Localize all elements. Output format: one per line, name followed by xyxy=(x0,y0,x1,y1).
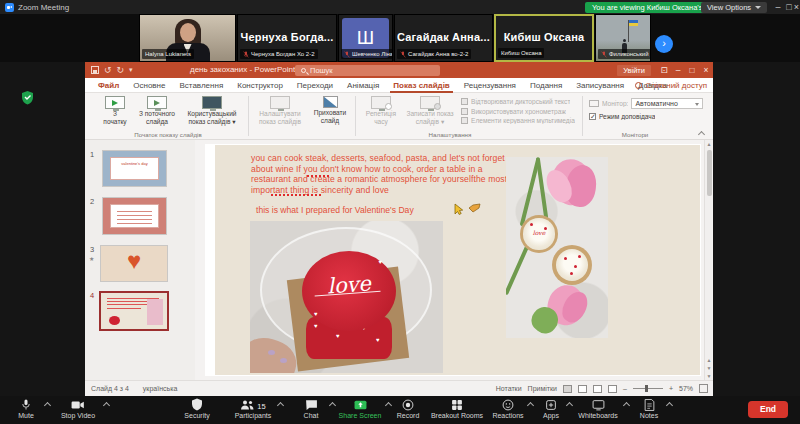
zoom-logo-icon xyxy=(5,3,14,12)
ribbon: З початку З поточного слайда Користуваць… xyxy=(85,93,713,140)
participants-caret[interactable] xyxy=(278,401,284,407)
media-controls-checkbox[interactable]: Елементи керування мультимедіа xyxy=(461,117,579,124)
setup-slideshow-button[interactable]: Налаштувати показ слайдів xyxy=(254,96,306,125)
slide-thumbnail-2[interactable] xyxy=(102,197,167,235)
participant-name-label: Кибиш Оксана xyxy=(498,48,544,58)
muted-mic-icon xyxy=(400,51,406,58)
ppt-restore-button[interactable]: □ xyxy=(685,62,699,78)
ppt-minimize-button[interactable]: – xyxy=(671,62,685,78)
heart-pizza: ♥ xyxy=(101,247,167,275)
from-current-slide-button[interactable]: З поточного слайда xyxy=(135,96,179,125)
breakout-rooms-icon xyxy=(451,399,463,411)
tab-recording[interactable]: Записування xyxy=(569,78,631,93)
view-options-button[interactable]: View Options xyxy=(701,2,767,13)
dark-monitor-icon xyxy=(202,96,222,109)
narration-checkbox[interactable]: Відтворювати дикторський текст xyxy=(461,98,579,105)
document-title: день закоханих - PowerPoint xyxy=(190,62,295,78)
chat-icon xyxy=(305,399,318,411)
group-label-start: Початок показу слайдів xyxy=(103,131,233,138)
cupcake: love xyxy=(520,215,558,253)
slide-thumbnail-panel[interactable]: 1 valentine's day 2 3 ★ ♥ 4 xyxy=(85,140,195,380)
fit-slide-icon[interactable] xyxy=(699,384,708,393)
meeting-security-shield-icon[interactable] xyxy=(21,90,34,105)
slideshow-view-icon[interactable] xyxy=(608,385,617,393)
zoom-slider[interactable] xyxy=(633,388,663,389)
participant-tile-presenter[interactable]: Кибиш Оксана Кибиш Оксана xyxy=(494,14,594,62)
slide-number: 4 xyxy=(90,291,94,300)
notes-caret[interactable] xyxy=(667,401,673,407)
undo-icon[interactable]: ↺ xyxy=(104,65,112,75)
muted-mic-icon xyxy=(243,51,249,58)
tab-insert[interactable]: Вставлення xyxy=(173,78,231,93)
group-label-setup: Налаштування xyxy=(375,131,525,138)
participant-tile[interactable]: Чернуха Богда... Чернуха Богдан Хо 2-2 xyxy=(237,14,337,62)
save-icon[interactable] xyxy=(91,66,99,74)
vertical-scrollbar[interactable]: ▲ ▲ ▼ ▼ xyxy=(704,140,712,380)
from-beginning-button[interactable]: З початку xyxy=(98,96,132,125)
end-meeting-button[interactable]: End xyxy=(748,401,788,418)
zoom-in-icon[interactable]: + xyxy=(669,385,673,392)
timings-checkbox[interactable]: Використовувати хронометраж xyxy=(461,108,579,115)
slide-editor-area: you can cook steak, desserts, seafood, p… xyxy=(195,140,713,380)
tab-design[interactable]: Конструктор xyxy=(230,78,290,93)
participant-tile[interactable]: Halyna Lukianets xyxy=(139,14,236,62)
animation-star-icon: ★ xyxy=(89,255,94,262)
normal-view-icon[interactable] xyxy=(563,385,572,393)
stop-video-button[interactable]: Stop Video xyxy=(38,398,118,419)
tab-slideshow[interactable]: Показ слайдів xyxy=(386,78,457,93)
participants-count: 15 xyxy=(257,402,265,411)
next-slide-icon[interactable]: ▼ xyxy=(706,365,712,371)
comments-toggle[interactable]: Примітки xyxy=(528,385,557,392)
slide-sorter-view-icon[interactable] xyxy=(578,385,587,393)
sign-in-button[interactable]: Увійти xyxy=(617,65,651,76)
slide-number: 2 xyxy=(90,197,94,206)
record-slideshow-button[interactable]: Записати показ слайдів ▾ xyxy=(403,96,457,125)
participant-tile[interactable]: Филиконський Дмитро xyxy=(595,14,651,62)
monitor-dropdown[interactable]: Автоматично xyxy=(631,98,703,109)
current-slide[interactable]: you can cook steak, desserts, seafood, p… xyxy=(215,145,700,375)
participant-tile[interactable]: Ш Шевченко Ліна xyxy=(338,14,393,62)
participant-tile[interactable]: Сагайдак Анна... Сагайдак Анна во-2-2 xyxy=(394,14,493,62)
slide-thumbnail-4-selected[interactable] xyxy=(99,291,169,331)
redo-icon[interactable]: ↻ xyxy=(117,65,125,75)
tab-transitions[interactable]: Переходи xyxy=(290,78,340,93)
ppt-close-button[interactable]: × xyxy=(699,62,713,78)
close-button[interactable]: × xyxy=(793,0,800,14)
ribbon-display-options-icon[interactable]: ⊡ xyxy=(657,62,671,78)
qat-dropdown-icon[interactable]: ▾ xyxy=(129,65,133,75)
reading-view-icon[interactable] xyxy=(593,385,602,393)
scroll-up-icon[interactable]: ▲ xyxy=(706,141,712,147)
slide-thumbnail-1[interactable]: valentine's day xyxy=(102,150,167,187)
slide-thumbnail-3[interactable]: ♥ xyxy=(100,245,168,282)
video-options-caret[interactable] xyxy=(104,401,110,407)
share-screen-icon xyxy=(354,399,367,411)
group-label-monitors: Монітори xyxy=(585,131,685,138)
search-input[interactable] xyxy=(310,66,410,75)
participants-button[interactable]: 15 Participants xyxy=(216,398,290,419)
custom-slideshow-button[interactable]: Користувацький показ слайдів ▾ xyxy=(182,96,242,125)
previous-slide-icon[interactable]: ▲ xyxy=(706,357,712,363)
monitor-icon xyxy=(147,96,167,109)
spellcheck-underline xyxy=(271,194,323,196)
pointing-hand-icon xyxy=(468,203,481,213)
tab-file[interactable]: Файл xyxy=(91,78,126,93)
tab-review[interactable]: Рецензування xyxy=(457,78,523,93)
tab-home[interactable]: Основне xyxy=(126,78,172,93)
presenter-view-checkbox[interactable]: Режим доповідача xyxy=(589,113,705,120)
muted-mic-icon xyxy=(601,51,607,58)
tab-animations[interactable]: Анімація xyxy=(340,78,386,93)
collapse-ribbon-icon[interactable] xyxy=(698,131,705,136)
zoom-out-icon[interactable]: – xyxy=(623,385,627,392)
tab-view[interactable]: Подання xyxy=(523,78,569,93)
zoom-percent[interactable]: 57% xyxy=(679,385,693,392)
share-document-button[interactable]: Спільний доступ xyxy=(635,78,707,93)
notes-toggle[interactable]: Нотатки xyxy=(496,385,522,392)
notes-button[interactable]: Notes xyxy=(625,398,673,419)
search-box[interactable] xyxy=(295,65,440,76)
rehearse-timings-button[interactable]: Репетиція часу xyxy=(361,96,401,125)
scrollbar-thumb[interactable] xyxy=(707,150,712,196)
hide-slide-button[interactable]: Приховати слайд xyxy=(309,96,351,124)
scroll-down-icon[interactable]: ▼ xyxy=(706,373,712,379)
language-indicator[interactable]: українська xyxy=(143,385,177,392)
next-participants-button[interactable]: › xyxy=(655,35,673,53)
